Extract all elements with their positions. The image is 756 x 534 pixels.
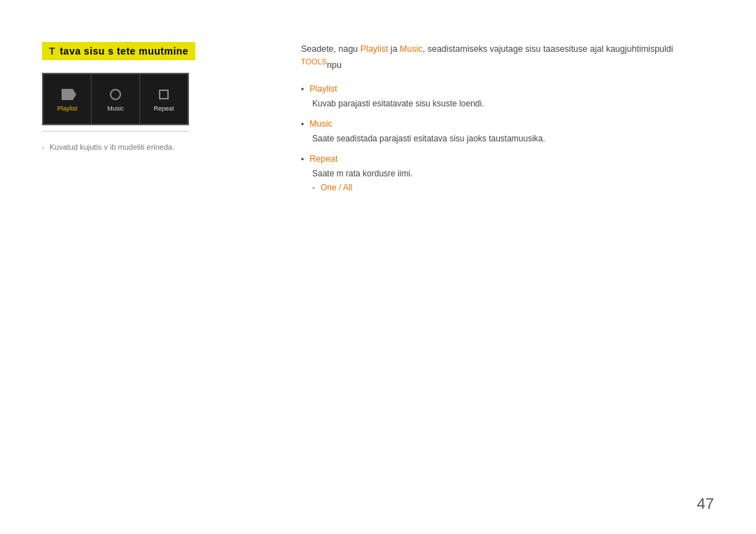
bullet-list: • Playlist Kuvab parajasti esitatavate s… (301, 83, 714, 192)
section-title: T tava sisu s tete muutmine (42, 42, 195, 60)
intro-text: Seadete, nagu Playlist ja Music, seadist… (301, 42, 714, 72)
sub-bullet-text-one-all: One / All (321, 183, 352, 192)
remote-repeat-item: Repeat (140, 74, 188, 124)
music-icon (109, 88, 122, 101)
bullet-desc-playlist: Kuvab parajasti esitatavate sisu ksuste … (312, 97, 714, 110)
title-prefix: T (49, 45, 55, 57)
playlist-icon (61, 88, 74, 101)
bullet-dot-2: • (301, 119, 304, 131)
left-column: T tava sisu s tete muutmine Playlist Mus… (42, 42, 280, 153)
intro-end: npu (327, 60, 342, 70)
bullet-row-playlist: • Playlist (301, 83, 714, 96)
bullet-title-music: Music (309, 118, 332, 131)
intro-music: Music (400, 44, 423, 54)
remote-music-item: Music (92, 74, 140, 124)
bullet-item-music: • Music Saate seadistada parajasti esita… (301, 118, 714, 145)
remote-playlist-label: Playlist (57, 105, 78, 112)
footnote-text: Kuvatud kujutis v ib mudeliti erineda. (50, 143, 175, 151)
intro-playlist: Playlist (360, 44, 388, 54)
bullet-dot-3: • (301, 154, 304, 166)
right-column: Seadete, nagu Playlist ja Music, seadist… (301, 42, 714, 201)
bullet-row-repeat: • Repeat (301, 153, 714, 166)
bullet-item-repeat: • Repeat Saate m rata kordusre iimi. - O… (301, 153, 714, 192)
divider (42, 131, 189, 132)
bullet-title-playlist: Playlist (309, 83, 337, 96)
remote-repeat-label: Repeat (153, 105, 174, 112)
bullet-item-playlist: • Playlist Kuvab parajasti esitatavate s… (301, 83, 714, 110)
bullet-dot-1: • (301, 84, 304, 96)
repeat-icon (158, 88, 170, 101)
intro-tool: TOOLS (301, 57, 327, 66)
intro-before: Seadete, nagu (301, 44, 360, 54)
sub-bullet-item-one-all: - One / All (312, 183, 714, 192)
intro-after: , seadistamiseks vajutage sisu taasesitu… (423, 44, 673, 54)
intro-between1: ja (388, 44, 400, 54)
page-number: 47 (697, 495, 714, 513)
footnote: - Kuvatud kujutis v ib mudeliti erineda. (42, 141, 280, 153)
remote-illustration: Playlist Music Repeat (42, 73, 189, 125)
sub-bullet-list: - One / All (312, 183, 714, 192)
remote-music-label: Music (107, 105, 124, 112)
title-main: tava sisu s tete muutmine (57, 45, 188, 57)
remote-playlist-item: Playlist (43, 74, 92, 124)
bullet-row-music: • Music (301, 118, 714, 131)
sub-bullet-dash: - (312, 183, 315, 192)
bullet-desc-music: Saate seadistada parajasti esitatava sis… (312, 132, 714, 145)
page-container: T tava sisu s tete muutmine Playlist Mus… (0, 0, 756, 534)
bullet-title-repeat: Repeat (309, 153, 337, 166)
bullet-desc-repeat: Saate m rata kordusre iimi. (312, 167, 714, 180)
